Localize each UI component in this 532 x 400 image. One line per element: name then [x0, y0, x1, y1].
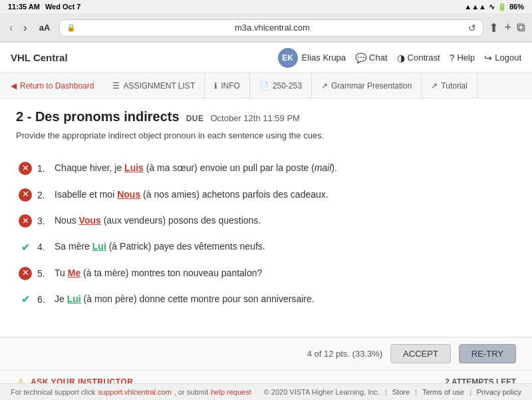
assignment-title-row: 2 - Des pronoms indirects DUE October 12…	[16, 109, 516, 124]
score-text: 4 of 12 pts. (33.3%)	[307, 349, 382, 359]
share-button[interactable]: ⬆	[489, 21, 499, 35]
battery-icon: 🔋	[497, 3, 507, 11]
terms-link[interactable]: Terms of use	[422, 388, 464, 396]
answer-word: Nous	[117, 189, 140, 200]
assignment-list-link[interactable]: ☰ ASSIGNMENT LIST	[103, 73, 205, 98]
refresh-button[interactable]: ↺	[468, 23, 476, 33]
ask-instructor-link[interactable]: ASK YOUR INSTRUCTOR	[31, 377, 133, 383]
lock-icon: 🔒	[66, 23, 76, 32]
due-label: DUE	[186, 114, 204, 123]
question-text: Tu Me (à ta mère) montres ton nouveau pa…	[55, 266, 513, 280]
logout-icon: ↪	[484, 53, 492, 63]
help-label: Help	[457, 53, 475, 63]
arrow-icon: ↗	[321, 81, 328, 91]
status-badge-wrong: ✕	[19, 188, 32, 202]
signal-icon: ▲▲▲	[464, 3, 486, 11]
logout-link[interactable]: ↪ Logout	[484, 53, 521, 63]
tech-support-text: For technical support click	[11, 388, 95, 396]
status-badge-correct: ✔	[19, 293, 32, 306]
assignment-heading: 2 - Des pronoms indirects	[16, 109, 180, 124]
assignment-list-label: ASSIGNMENT LIST	[123, 81, 195, 91]
ask-instructor-bar: ⚠ ASK YOUR INSTRUCTOR 2 ATTEMPTS LEFT	[0, 370, 532, 383]
status-bar: 11:35 AM Wed Oct 7 ▲▲▲ ∿ 🔋 86%	[0, 0, 532, 13]
attempts-remaining: 2 ATTEMPTS LEFT	[445, 377, 516, 383]
url-bar[interactable]: 🔒 m3a.vhlcentral.com ↺	[59, 19, 483, 37]
avatar-initials: EK	[282, 53, 293, 63]
answer-word-correct: Lui	[67, 294, 81, 304]
info-icon: ℹ	[214, 81, 217, 91]
tabs-button[interactable]: ⧉	[517, 21, 525, 35]
chat-label: Chat	[369, 53, 387, 63]
questions-list: ✕ 1. Chaque hiver, je Luis (à ma sœur) e…	[16, 155, 516, 312]
pages-label: 250-253	[273, 81, 302, 91]
app-header: VHL Central EK Elias Krupa 💬 Chat ◑ Cont…	[0, 43, 532, 73]
add-tab-button[interactable]: +	[504, 21, 511, 35]
forward-button[interactable]: ›	[21, 21, 29, 35]
answer-word: Luis	[124, 162, 144, 173]
grammar-link[interactable]: ↗ Grammar Presentation	[312, 73, 422, 98]
question-number: 4.	[37, 240, 49, 254]
question-number: 3.	[37, 214, 49, 228]
answer-word: Me	[68, 268, 80, 278]
footer: For technical support click support.vhlc…	[0, 383, 532, 400]
question-text: Isabelle et moi Nous (à nos amies) achet…	[55, 187, 513, 202]
store-link[interactable]: Store	[392, 388, 410, 396]
chat-link[interactable]: 💬 Chat	[355, 53, 387, 63]
info-link[interactable]: ℹ INFO	[205, 73, 250, 98]
tutorial-label: Tutorial	[441, 81, 467, 91]
user-name: Elias Krupa	[302, 53, 346, 63]
separator: |	[385, 388, 387, 396]
action-bar: 4 of 12 pts. (33.3%) ACCEPT RE-TRY	[0, 337, 532, 370]
help-request-link[interactable]: help request	[211, 388, 251, 396]
retry-button[interactable]: RE-TRY	[459, 344, 516, 363]
question-number: 1.	[37, 161, 49, 176]
status-time: 11:35 AM	[8, 3, 40, 11]
wifi-icon: ∿	[489, 3, 495, 11]
back-to-dashboard-label: Return to Dashboard	[20, 81, 94, 91]
table-row: ✕ 3. Nous Vous (aux vendeurs) posons des…	[16, 208, 516, 234]
contrast-link[interactable]: ◑ Contrast	[397, 53, 440, 63]
instructions: Provide the appropriate indirect object …	[16, 130, 516, 142]
reader-view-button[interactable]: aA	[35, 21, 55, 34]
browser-chrome: ‹ › aA 🔒 m3a.vhlcentral.com ↺ ⬆ + ⧉	[0, 13, 532, 43]
logout-label: Logout	[495, 53, 521, 63]
back-button[interactable]: ‹	[7, 21, 15, 35]
question-text: Nous Vous (aux vendeurs) posons des ques…	[55, 213, 513, 228]
question-text: Je Lui (à mon père) donne cette montre p…	[55, 292, 513, 306]
table-row: ✕ 2. Isabelle et moi Nous (à nos amies) …	[16, 182, 516, 208]
chat-icon: 💬	[355, 53, 366, 63]
back-to-dashboard-link[interactable]: ◀ Return to Dashboard	[11, 73, 103, 98]
question-number: 2.	[37, 188, 49, 202]
submit-text: , or submit	[174, 388, 208, 396]
copyright-text: © 2020 VISTA Higher Learning, Inc.	[264, 388, 380, 396]
answer-word-correct: Lui	[92, 241, 106, 252]
status-badge-wrong: ✕	[19, 267, 32, 280]
contrast-icon: ◑	[397, 53, 405, 63]
privacy-link[interactable]: Privacy policy	[477, 388, 521, 396]
table-row: ✔ 4. Sa mère Lui (à Patrick) paye des vê…	[16, 234, 516, 260]
user-info: EK Elias Krupa	[278, 48, 346, 68]
question-text: Sa mère Lui (à Patrick) paye des vêtemen…	[55, 239, 513, 254]
question-text: Chaque hiver, je Luis (à ma sœur) envoie…	[55, 160, 513, 175]
pages-link[interactable]: 📄 250-253	[250, 73, 312, 98]
due-date: October 12th 11:59 PM	[210, 113, 299, 123]
accept-button[interactable]: ACCEPT	[390, 344, 451, 363]
support-link[interactable]: support.vhlcentral.com	[98, 388, 172, 396]
question-number: 6.	[37, 292, 49, 307]
help-link[interactable]: ? Help	[450, 53, 475, 63]
table-row: ✕ 1. Chaque hiver, je Luis (à ma sœur) e…	[16, 155, 516, 181]
contrast-label: Contrast	[408, 53, 440, 63]
tutorial-link[interactable]: ↗ Tutorial	[422, 73, 477, 98]
help-icon: ?	[450, 53, 455, 63]
warning-icon: ⚠	[16, 376, 25, 383]
table-row: ✔ 6. Je Lui (à mon père) donne cette mon…	[16, 286, 516, 312]
app-title: VHL Central	[11, 52, 68, 63]
avatar: EK	[278, 48, 298, 68]
assignment-title: Des pronoms indirects	[35, 109, 180, 124]
tutorial-arrow-icon: ↗	[431, 81, 438, 91]
status-badge-wrong: ✕	[19, 162, 32, 175]
sub-nav: ◀ Return to Dashboard ☰ ASSIGNMENT LIST …	[0, 73, 532, 99]
book-icon: 📄	[259, 81, 269, 91]
info-label: INFO	[221, 81, 240, 91]
table-row: ✕ 5. Tu Me (à ta mère) montres ton nouve…	[16, 260, 516, 286]
